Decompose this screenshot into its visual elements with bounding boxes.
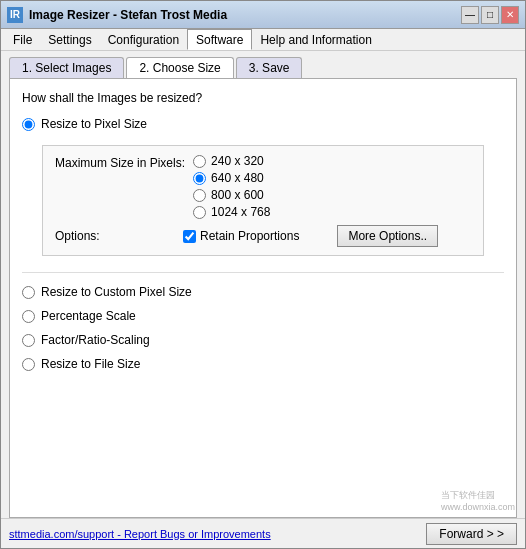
option-percentage[interactable]: Percentage Scale bbox=[22, 309, 504, 323]
divider-1 bbox=[22, 272, 504, 273]
content-area: How shall the Images be resized? Resize … bbox=[9, 78, 517, 518]
label-factor: Factor/Ratio-Scaling bbox=[41, 333, 150, 347]
menu-configuration[interactable]: Configuration bbox=[100, 29, 187, 50]
menu-help[interactable]: Help and Information bbox=[252, 29, 379, 50]
size-option-1024[interactable]: 1024 x 768 bbox=[193, 205, 270, 219]
app-icon: IR bbox=[7, 7, 23, 23]
support-link[interactable]: sttmedia.com/support - Report Bugs or Im… bbox=[9, 528, 271, 540]
pixel-size-group: Maximum Size in Pixels: 240 x 320 640 x … bbox=[42, 145, 484, 256]
tabs-bar: 1. Select Images 2. Choose Size 3. Save bbox=[1, 51, 525, 78]
menu-settings[interactable]: Settings bbox=[40, 29, 99, 50]
minimize-button[interactable]: — bbox=[461, 6, 479, 24]
label-custom-pixel: Resize to Custom Pixel Size bbox=[41, 285, 192, 299]
label-pixel-size: Resize to Pixel Size bbox=[41, 117, 147, 131]
options-row: Options: Retain Proportions More Options… bbox=[55, 225, 471, 247]
max-size-label: Maximum Size in Pixels: bbox=[55, 154, 185, 170]
retain-proportions-checkbox[interactable] bbox=[183, 230, 196, 243]
label-percentage: Percentage Scale bbox=[41, 309, 136, 323]
radio-factor[interactable] bbox=[22, 334, 35, 347]
main-window: IR Image Resizer - Stefan Trost Media — … bbox=[0, 0, 526, 549]
label-file-size: Resize to File Size bbox=[41, 357, 140, 371]
radio-custom-pixel[interactable] bbox=[22, 286, 35, 299]
title-bar: IR Image Resizer - Stefan Trost Media — … bbox=[1, 1, 525, 29]
size-option-800[interactable]: 800 x 600 bbox=[193, 188, 270, 202]
option-custom-pixel[interactable]: Resize to Custom Pixel Size bbox=[22, 285, 504, 299]
menu-bar: File Settings Configuration Software Hel… bbox=[1, 29, 525, 51]
option-pixel-size[interactable]: Resize to Pixel Size bbox=[22, 117, 504, 131]
watermark: 当下软件佳园www.downxia.com bbox=[441, 489, 515, 512]
radio-pixel-size[interactable] bbox=[22, 118, 35, 131]
options-label: Options: bbox=[55, 229, 175, 243]
option-file-size[interactable]: Resize to File Size bbox=[22, 357, 504, 371]
menu-software[interactable]: Software bbox=[187, 29, 252, 50]
maximize-button[interactable]: □ bbox=[481, 6, 499, 24]
radio-240x320[interactable] bbox=[193, 155, 206, 168]
option-factor[interactable]: Factor/Ratio-Scaling bbox=[22, 333, 504, 347]
tab-select-images[interactable]: 1. Select Images bbox=[9, 57, 124, 78]
radio-1024x768[interactable] bbox=[193, 206, 206, 219]
resize-question: How shall the Images be resized? bbox=[22, 91, 504, 105]
more-options-button[interactable]: More Options.. bbox=[337, 225, 438, 247]
radio-800x600[interactable] bbox=[193, 189, 206, 202]
radio-640x480[interactable] bbox=[193, 172, 206, 185]
tab-choose-size[interactable]: 2. Choose Size bbox=[126, 57, 233, 78]
tab-save[interactable]: 3. Save bbox=[236, 57, 303, 78]
label-1024x768: 1024 x 768 bbox=[211, 205, 270, 219]
size-option-640[interactable]: 640 x 480 bbox=[193, 171, 270, 185]
forward-button[interactable]: Forward > > bbox=[426, 523, 517, 545]
size-option-240[interactable]: 240 x 320 bbox=[193, 154, 270, 168]
label-640x480: 640 x 480 bbox=[211, 171, 264, 185]
window-title: Image Resizer - Stefan Trost Media bbox=[29, 8, 227, 22]
title-controls: — □ ✕ bbox=[461, 6, 519, 24]
max-size-row: Maximum Size in Pixels: 240 x 320 640 x … bbox=[55, 154, 471, 219]
radio-percentage[interactable] bbox=[22, 310, 35, 323]
retain-proportions-label: Retain Proportions bbox=[200, 229, 299, 243]
radio-file-size[interactable] bbox=[22, 358, 35, 371]
retain-proportions-row[interactable]: Retain Proportions bbox=[183, 229, 299, 243]
menu-file[interactable]: File bbox=[5, 29, 40, 50]
label-240x320: 240 x 320 bbox=[211, 154, 264, 168]
label-800x600: 800 x 600 bbox=[211, 188, 264, 202]
pixel-sizes-list: 240 x 320 640 x 480 800 x 600 1024 x 768 bbox=[193, 154, 270, 219]
title-bar-text: IR Image Resizer - Stefan Trost Media bbox=[7, 7, 227, 23]
close-button[interactable]: ✕ bbox=[501, 6, 519, 24]
status-bar: sttmedia.com/support - Report Bugs or Im… bbox=[1, 518, 525, 548]
